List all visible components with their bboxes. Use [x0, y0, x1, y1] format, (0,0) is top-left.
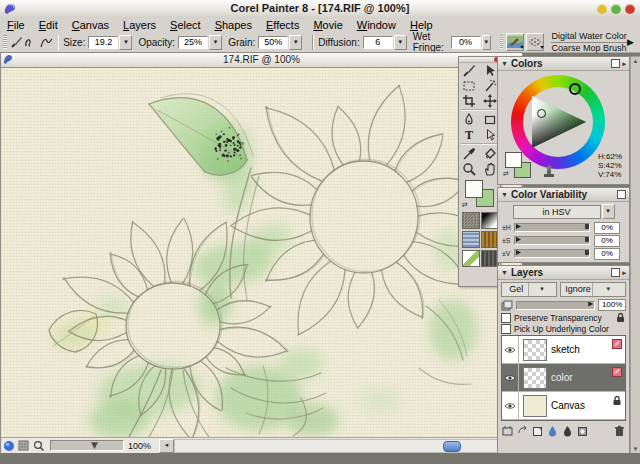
layers-palette-header[interactable]: ▼ Layers ▸	[498, 266, 629, 280]
grow-box-icon[interactable]	[611, 268, 620, 277]
visibility-toggle[interactable]	[502, 392, 519, 419]
zoom-slider[interactable]	[50, 440, 124, 451]
menu-edit[interactable]: Edit	[32, 19, 65, 31]
swap-colors-icon[interactable]: ⇄	[462, 201, 468, 209]
hue-selector-dot[interactable]	[569, 83, 581, 95]
composite-depth-select[interactable]: Ignore▾	[560, 282, 626, 297]
layer-row-canvas[interactable]: Canvas	[502, 392, 625, 420]
text-tool[interactable]: T	[459, 127, 480, 142]
value-box[interactable]: 19.2	[88, 36, 118, 49]
scroll-left-button[interactable]: ◂	[159, 439, 174, 453]
straight-strokes-icon[interactable]	[39, 35, 54, 50]
new-liquid-ink-layer-button[interactable]	[562, 425, 573, 437]
color-variability-header[interactable]: ▼ Color Variability	[498, 188, 629, 202]
brush-category-button[interactable]: ▾	[506, 33, 524, 51]
rectangular-selection-tool[interactable]	[459, 78, 480, 93]
palette-menu-icon[interactable]: ▸	[622, 60, 626, 68]
menu-effects[interactable]: Effects	[259, 19, 306, 31]
menu-canvas[interactable]: Canvas	[65, 19, 116, 31]
freehand-strokes-icon[interactable]	[24, 35, 39, 50]
menu-file[interactable]: File	[0, 19, 32, 31]
layer-thumbnail[interactable]	[523, 339, 547, 361]
grow-box-icon[interactable]	[617, 190, 626, 199]
slider-popup-button[interactable]: ▾	[119, 35, 132, 50]
brush-variant-label[interactable]: Coarse Mop Brush	[551, 44, 627, 53]
drawing-mode-icon[interactable]	[1, 439, 16, 452]
menu-layers[interactable]: Layers	[116, 19, 163, 31]
slider-popup-button[interactable]: ▾	[394, 35, 407, 50]
grow-box-icon[interactable]	[611, 59, 620, 68]
new-layer-button[interactable]	[532, 425, 543, 437]
slider-popup-button[interactable]: ▾	[289, 35, 302, 50]
collapse-triangle-icon[interactable]: ▼	[501, 269, 508, 276]
sv-selector-dot[interactable]	[537, 109, 546, 118]
horizontal-scrollbar[interactable]	[174, 439, 518, 453]
propbar-flyout-arrow[interactable]: ▶	[627, 37, 634, 47]
palette-menu-icon[interactable]: ▸	[622, 269, 626, 277]
layer-opacity-slider[interactable]	[516, 301, 595, 310]
palette-dock-scrollbar[interactable]: ▲ ▼	[630, 56, 640, 454]
chevron-down-icon[interactable]: ▾	[602, 204, 615, 219]
layer-name[interactable]: color	[551, 372, 573, 383]
main-color-swatch[interactable]	[465, 180, 483, 198]
brush-selector-grip[interactable]	[500, 35, 504, 49]
zoom-tool-icon[interactable]	[31, 439, 46, 452]
clone-color-icon[interactable]	[542, 165, 556, 178]
menu-window[interactable]: Window	[350, 19, 403, 31]
layer-thumbnail[interactable]	[523, 367, 547, 389]
brush-variant-button[interactable]: ▾	[526, 33, 544, 51]
visibility-toggle[interactable]	[502, 336, 519, 363]
variability-value[interactable]: 0%	[594, 222, 620, 234]
scroll-up-icon[interactable]: ▲	[631, 58, 640, 64]
variability-slider[interactable]	[514, 249, 590, 258]
variability-value[interactable]: 0%	[594, 235, 620, 247]
variability-mode-select[interactable]: in HSV	[513, 205, 601, 219]
layer-row-color[interactable]: color	[502, 364, 625, 392]
toolbox-drag-bar[interactable]	[459, 57, 500, 63]
swap-colors-icon[interactable]: ⇄	[503, 170, 509, 178]
menu-shapes[interactable]: Shapes	[208, 19, 259, 31]
collapse-triangle-icon[interactable]: ▼	[501, 191, 508, 198]
visibility-toggle[interactable]	[502, 364, 519, 391]
value-box[interactable]: 50%	[258, 36, 288, 49]
variability-value[interactable]: 0%	[594, 248, 620, 260]
brush-tool[interactable]	[459, 63, 480, 78]
pickup-underlying-checkbox[interactable]	[501, 324, 511, 334]
pen-tool[interactable]	[459, 112, 480, 127]
brush-category-label[interactable]: Digital Water Color	[551, 32, 627, 43]
new-watercolor-layer-button[interactable]	[547, 425, 558, 437]
menu-movie[interactable]: Movie	[306, 19, 349, 31]
slider-popup-button[interactable]: ▾	[209, 35, 222, 50]
paper-texture-icon[interactable]	[16, 439, 31, 452]
layer-thumbnail[interactable]	[523, 395, 547, 417]
dropper-tool[interactable]	[459, 146, 480, 161]
layer-commands-button[interactable]	[517, 425, 528, 437]
new-layer-mask-button[interactable]	[577, 425, 588, 437]
variability-slider[interactable]	[514, 236, 590, 245]
value-box[interactable]: 25%	[178, 36, 208, 49]
layer-row-sketch[interactable]: sketch	[502, 336, 625, 364]
canvas-area[interactable]	[1, 68, 520, 437]
preserve-transparency-checkbox[interactable]	[501, 313, 511, 323]
dynamic-plugins-button[interactable]	[502, 425, 513, 437]
scroll-down-icon[interactable]: ▼	[631, 446, 640, 452]
magnifier-tool[interactable]	[459, 161, 480, 176]
menu-help[interactable]: Help	[403, 19, 440, 31]
variability-slider[interactable]	[514, 223, 590, 232]
main-color-swatch[interactable]	[505, 152, 522, 168]
document-title-bar[interactable]: 174.RIF @ 100%	[1, 53, 522, 68]
weave-selector[interactable]	[462, 231, 480, 248]
layer-name[interactable]: Canvas	[551, 400, 585, 411]
value-box[interactable]: 0%	[451, 36, 481, 49]
minimize-button[interactable]	[597, 4, 607, 14]
crop-tool[interactable]	[459, 93, 480, 108]
nozzle-selector[interactable]	[462, 250, 480, 267]
composite-method-select[interactable]: Gel▾	[501, 282, 557, 297]
value-box[interactable]: 6	[363, 36, 393, 49]
sv-triangle[interactable]	[524, 88, 592, 156]
delete-layer-button[interactable]	[614, 425, 625, 437]
pattern-selector[interactable]	[462, 212, 480, 229]
collapse-triangle-icon[interactable]: ▼	[501, 60, 508, 67]
maximize-button[interactable]	[611, 4, 621, 14]
colors-palette-header[interactable]: ▼ Colors ▸	[498, 57, 629, 71]
